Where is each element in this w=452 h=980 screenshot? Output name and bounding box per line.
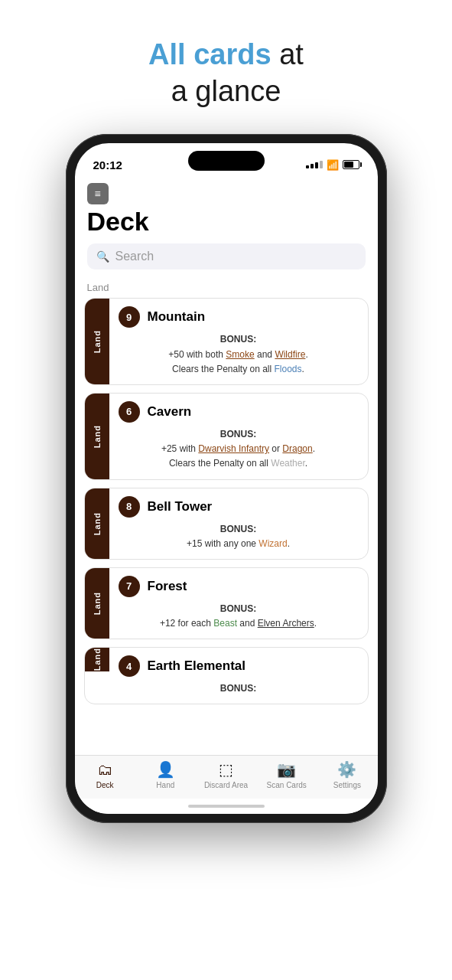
tab-bar: 🗂 Deck 👤 Hand ⬚ Discard Area 📷 Scan Card… xyxy=(75,755,378,799)
home-bar xyxy=(188,805,265,808)
card-name-forest: Forest xyxy=(148,579,187,594)
card-number-6: 6 xyxy=(119,401,140,423)
search-bar[interactable]: 🔍 Search xyxy=(87,243,366,270)
card-detail-earth-elemental: BONUS: xyxy=(119,681,359,696)
wifi-icon: 📶 xyxy=(327,159,339,171)
hero-title: All cards at a glance xyxy=(148,37,304,109)
tab-settings[interactable]: ⚙️ Settings xyxy=(317,760,377,789)
card-item-earth-elemental[interactable]: Land 4 Earth Elemental BONUS: xyxy=(84,647,369,704)
signal-icon xyxy=(306,161,323,168)
status-bar: 20:12 📶 xyxy=(75,143,378,177)
card-item-mountain[interactable]: Land 9 Mountain BONUS: +50 with both Smo… xyxy=(84,298,369,385)
status-time: 20:12 xyxy=(93,158,122,172)
tab-deck-label: Deck xyxy=(96,781,114,789)
card-name-earth-elemental: Earth Elemental xyxy=(148,658,246,674)
card-side-land-3: Land xyxy=(85,488,109,559)
card-number-9: 9 xyxy=(119,306,140,328)
phone-shell: 20:12 📶 ≡ Deck xyxy=(66,134,387,823)
dynamic-island xyxy=(188,151,265,171)
card-item-bell-tower[interactable]: Land 8 Bell Tower BONUS: +15 with any on… xyxy=(84,488,369,560)
card-detail-mountain: BONUS: +50 with both Smoke and Wildfire.… xyxy=(119,332,359,377)
card-detail-forest: BONUS: +12 for each Beast and Elven Arch… xyxy=(119,602,359,631)
hero-highlight: All cards xyxy=(148,38,272,70)
tab-scan[interactable]: 📷 Scan Cards xyxy=(256,760,317,789)
tab-settings-label: Settings xyxy=(333,781,361,789)
discard-icon: ⬚ xyxy=(219,760,233,779)
card-item-cavern[interactable]: Land 6 Cavern BONUS: +25 with Dwarvish I… xyxy=(84,393,369,480)
card-name-cavern: Cavern xyxy=(148,404,192,420)
card-number-7: 7 xyxy=(119,576,140,597)
card-side-land-5: Land xyxy=(85,648,109,671)
app-header: ≡ Deck 🔍 Search xyxy=(75,177,378,279)
scan-icon: 📷 xyxy=(277,760,296,779)
app-content: ≡ Deck 🔍 Search Land Land 9 xyxy=(75,177,378,755)
tab-discard[interactable]: ⬚ Discard Area xyxy=(196,760,256,789)
phone-screen: 20:12 📶 ≡ Deck xyxy=(75,143,378,814)
battery-icon xyxy=(343,160,359,169)
card-side-land-4: Land xyxy=(85,568,109,639)
header-icon: ≡ xyxy=(87,183,109,204)
card-number-4: 4 xyxy=(119,655,140,677)
settings-icon: ⚙️ xyxy=(337,760,356,779)
status-icons: 📶 xyxy=(306,159,359,171)
hand-icon: 👤 xyxy=(156,760,175,779)
search-icon: 🔍 xyxy=(96,250,109,263)
tab-hand[interactable]: 👤 Hand xyxy=(135,760,196,789)
card-name-bell-tower: Bell Tower xyxy=(148,499,213,514)
card-side-land-1: Land xyxy=(85,299,109,384)
card-list[interactable]: Land Land 9 Mountain BONUS: +50 with bot… xyxy=(75,279,378,755)
deck-icon: 🗂 xyxy=(97,761,112,779)
home-indicator xyxy=(75,799,378,814)
card-detail-bell-tower: BONUS: +15 with any one Wizard. xyxy=(119,522,359,551)
page-title: Deck xyxy=(87,207,366,236)
tab-deck[interactable]: 🗂 Deck xyxy=(75,761,135,789)
card-side-land-2: Land xyxy=(85,394,109,479)
section-label: Land xyxy=(84,279,369,298)
tab-scan-label: Scan Cards xyxy=(267,781,307,789)
search-placeholder: Search xyxy=(115,250,154,263)
card-detail-cavern: BONUS: +25 with Dwarvish Infantry or Dra… xyxy=(119,427,359,472)
card-number-8: 8 xyxy=(119,496,140,518)
tab-discard-label: Discard Area xyxy=(204,781,248,789)
card-item-forest[interactable]: Land 7 Forest BONUS: +12 for each Beast … xyxy=(84,567,369,639)
card-name-mountain: Mountain xyxy=(148,309,206,325)
tab-hand-label: Hand xyxy=(156,781,174,789)
